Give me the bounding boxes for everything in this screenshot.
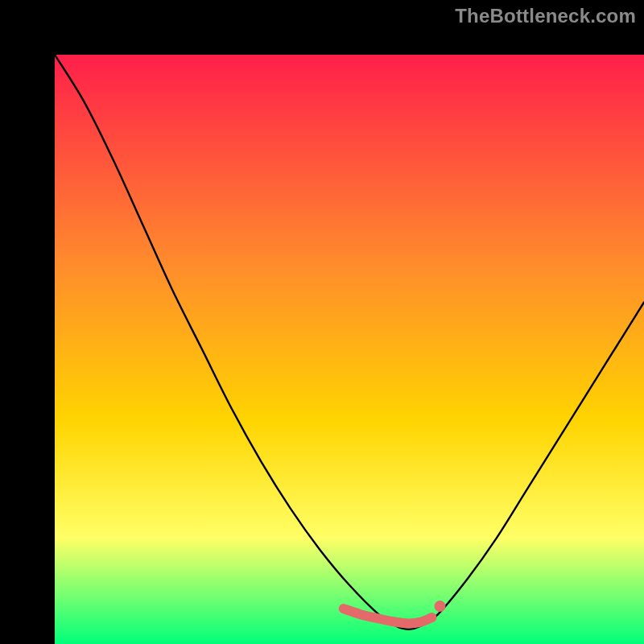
gradient-background: [55, 55, 644, 644]
chart-svg: [55, 55, 644, 644]
chart-frame: [0, 0, 644, 644]
plot-area: [55, 55, 644, 644]
watermark-text: TheBottleneck.com: [455, 5, 636, 27]
highlight-dot: [435, 601, 446, 612]
